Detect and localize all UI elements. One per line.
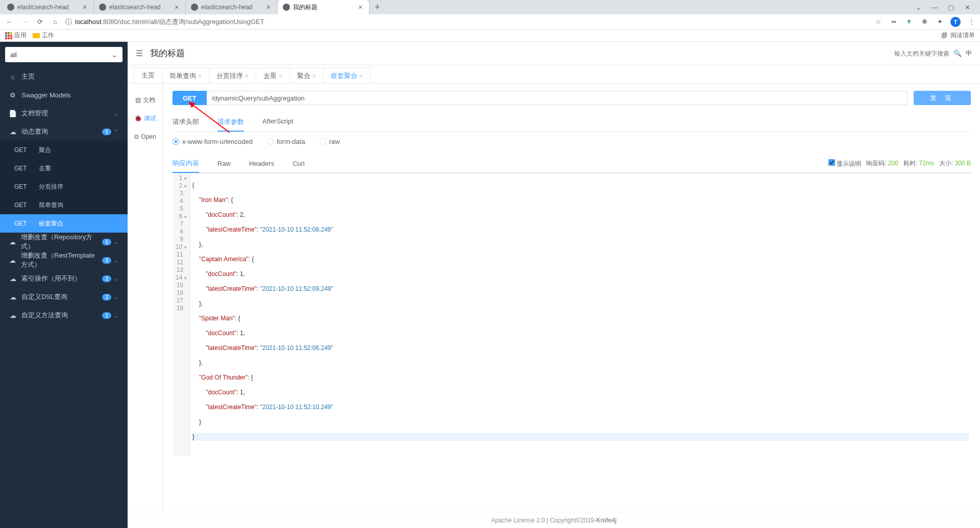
window-controls: ⌄ — ▢ ✕: [908, 4, 978, 11]
close-icon[interactable]: ×: [359, 72, 363, 80]
browser-tab[interactable]: elasticsearch-head×: [2, 0, 94, 14]
send-button[interactable]: 发 送: [914, 91, 971, 105]
sidebar-item-doc-mgmt[interactable]: 📄文档管理⌄: [0, 104, 128, 122]
chevron-down-icon: ⌄: [114, 276, 118, 282]
group-select[interactable]: all⌄: [5, 47, 122, 62]
sidebar-sub-item[interactable]: GET简单查询: [0, 196, 128, 214]
response-tabs: 响应内容 Raw Headers Curl 显示说明 响应码: 200 耗时: …: [173, 155, 971, 173]
code-content[interactable]: { "Iron Man": { "docCount": 2, "latestCr…: [190, 173, 971, 456]
reading-list-button[interactable]: 阅读清单: [950, 31, 975, 40]
tab[interactable]: 分页排序×: [209, 68, 256, 83]
url-input[interactable]: [207, 91, 908, 105]
back-button[interactable]: ←: [4, 17, 14, 27]
apps-button[interactable]: 应用: [5, 31, 27, 40]
sidebar-item-home[interactable]: ⌂主页: [0, 67, 128, 86]
sidebar-item[interactable]: ☁自定义DSL查询2⌄: [0, 288, 128, 306]
cloud-icon: ☁: [9, 238, 16, 245]
tab-response-headers[interactable]: Headers: [249, 156, 274, 172]
radio-raw[interactable]: raw: [320, 138, 340, 145]
close-icon[interactable]: ×: [245, 72, 249, 80]
extension-icon[interactable]: ▪▪: [889, 17, 898, 27]
tab[interactable]: 简单查询×: [162, 68, 209, 83]
chevron-down-icon[interactable]: ⌄: [915, 4, 922, 11]
sidebar-sub-item[interactable]: GET分页排序: [0, 178, 128, 196]
search-icon[interactable]: 🔍: [953, 49, 962, 57]
tab-active[interactable]: 嵌套聚合×: [323, 68, 371, 83]
sidebar-item-swagger[interactable]: ⚙Swagger Models: [0, 86, 128, 104]
gear-icon: ⚙: [9, 91, 16, 98]
sidebar-sub-item[interactable]: GET聚合: [0, 141, 128, 159]
browser-tab[interactable]: elasticsearch-head×: [186, 0, 278, 14]
forward-button[interactable]: →: [19, 17, 30, 27]
sidebar-item[interactable]: ☁增删改查（RestTemplate方式）9⌄: [0, 251, 128, 269]
close-icon[interactable]: ×: [279, 72, 282, 80]
profile-avatar[interactable]: T: [950, 17, 961, 27]
close-icon[interactable]: ×: [173, 4, 180, 11]
sidebar-item[interactable]: ☁自定义方法查询1⌄: [0, 306, 128, 324]
count-badge: 1: [102, 312, 111, 319]
language-toggle[interactable]: 中: [966, 49, 972, 58]
sidebar-item[interactable]: ☁增删改查（Repository方式）6⌄: [0, 233, 128, 251]
tab-home[interactable]: 主页: [134, 68, 162, 83]
side-tab-debug[interactable]: 🐞调试: [128, 109, 163, 128]
cloud-icon: ☁: [9, 275, 16, 282]
radio-icon: [173, 138, 179, 145]
radio-form-data[interactable]: form-data: [267, 138, 305, 145]
close-icon[interactable]: ×: [81, 4, 88, 11]
reload-button[interactable]: ⟳: [35, 17, 45, 27]
tab-response-raw[interactable]: Raw: [217, 156, 231, 172]
side-tab-doc[interactable]: ▤文档: [128, 91, 163, 109]
sidebar-item[interactable]: ☁索引操作（用不到）2⌄: [0, 269, 128, 288]
globe-icon: [7, 4, 14, 11]
tab-request-params[interactable]: 请求参数: [217, 113, 244, 132]
tab[interactable]: 去重×: [256, 68, 290, 83]
star-icon[interactable]: ☆: [874, 17, 883, 27]
browser-tab-active[interactable]: 我的标题×: [278, 0, 370, 14]
tab[interactable]: 聚合×: [289, 68, 324, 83]
extensions-icon[interactable]: ✦: [935, 17, 944, 27]
side-tab-open[interactable]: ⧉Open: [128, 128, 163, 146]
copyright-icon: ©: [576, 517, 581, 524]
line-gutter: 1 ▾2 ▾3 4 5 6 ▾7 8 9 10 ▾11 12 13 14 ▾15…: [173, 173, 190, 456]
close-icon[interactable]: ×: [198, 72, 202, 80]
radio-icon: [267, 138, 274, 145]
close-icon[interactable]: ✕: [964, 4, 971, 11]
extension-icons: ☆ ▪▪ ▼ ❋ ✦ T ⋮: [874, 17, 976, 27]
globe-icon: [283, 4, 290, 11]
tab-request-headers[interactable]: 请求头部: [173, 113, 199, 132]
sidebar-item-dynamic-query[interactable]: ☁动态查询5⌃: [0, 122, 128, 141]
reading-list-icon[interactable]: 🗐: [941, 32, 947, 39]
response-stats: 显示说明 响应码: 200 耗时: 72ms 大小: 300 B: [828, 159, 971, 168]
footer: Apache License 2.0 | Copyright © 2019-Kn…: [128, 512, 980, 528]
bookmark-folder[interactable]: 工作: [33, 31, 54, 40]
info-icon[interactable]: ⓘ: [65, 17, 72, 27]
home-icon[interactable]: ⌂: [50, 17, 60, 27]
content: GET 发 送 请求头部 请求参数 AfterScript x-www-form…: [163, 84, 980, 512]
tab-response-content[interactable]: 响应内容: [173, 155, 199, 173]
tab-response-curl[interactable]: Curl: [292, 156, 305, 172]
menu-icon[interactable]: ⋮: [967, 17, 976, 27]
count-badge: 6: [102, 239, 111, 245]
extension-icon[interactable]: ❋: [920, 17, 929, 27]
browser-tab[interactable]: elasticsearch-head×: [94, 0, 186, 14]
close-icon[interactable]: ×: [357, 4, 364, 11]
vue-icon[interactable]: ▼: [904, 17, 914, 27]
count-badge: 2: [102, 275, 111, 282]
close-icon[interactable]: ×: [265, 4, 272, 11]
tab-afterscript[interactable]: AfterScript: [262, 113, 293, 132]
search-input[interactable]: [873, 50, 949, 57]
request-tabs: 请求头部 请求参数 AfterScript: [173, 113, 971, 132]
method-badge: GET: [173, 91, 207, 105]
count-badge: 5: [102, 129, 111, 135]
maximize-icon[interactable]: ▢: [947, 4, 954, 11]
show-desc-checkbox[interactable]: 显示说明: [828, 159, 861, 168]
document-icon: ▤: [135, 96, 141, 104]
minimize-icon[interactable]: —: [931, 4, 938, 11]
menu-toggle-icon[interactable]: ☰: [136, 48, 143, 58]
sidebar-sub-item-active[interactable]: GET嵌套聚合: [0, 214, 128, 233]
url-input[interactable]: ⓘ localhost:8080/doc.html#/all/动态查询/subA…: [65, 17, 869, 27]
sidebar-sub-item[interactable]: GET去重: [0, 159, 128, 178]
new-tab-button[interactable]: +: [370, 2, 385, 13]
close-icon[interactable]: ×: [312, 72, 316, 80]
radio-form-urlencoded[interactable]: x-www-form-urlencoded: [173, 138, 253, 145]
